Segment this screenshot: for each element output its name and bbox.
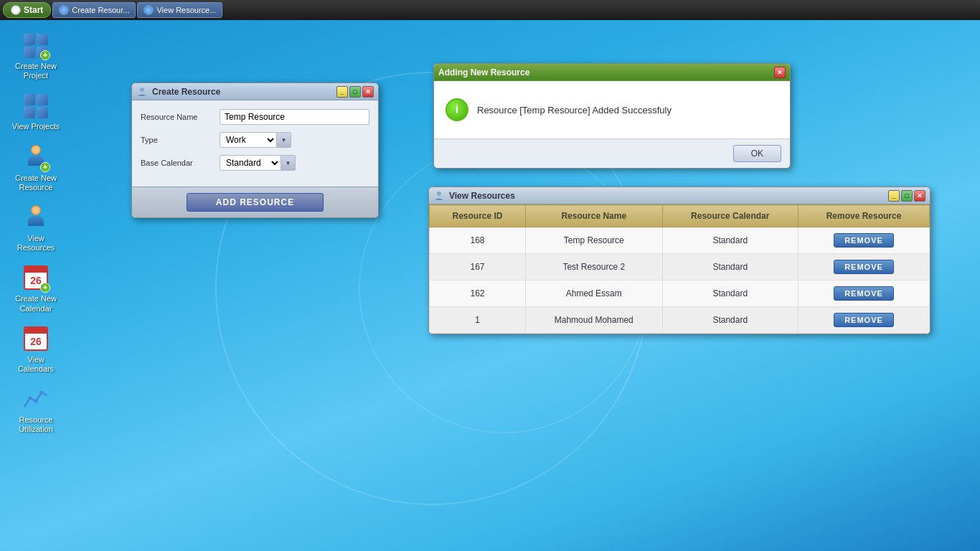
adding-dialog-message: Resource [Temp Resource] Added Successfu… [477,105,672,116]
cell-remove: REMOVE [798,281,930,307]
sidebar-item-create-new-project[interactable]: + Create NewProject [9,29,63,83]
resource-name-row: Resource Name [141,109,369,125]
base-calendar-select[interactable]: Standard 24 Hours Night Shift [220,155,281,171]
taskbar-create-resource-icon [59,5,69,15]
col-remove-resource: Remove Resource [798,205,930,227]
create-resource-minimize-btn[interactable]: _ [336,86,348,98]
col-resource-id: Resource ID [430,205,526,227]
resource-name-input[interactable] [220,109,369,125]
resource-utilization-icon [22,385,50,414]
view-resources-titlebar[interactable]: View Resources _ □ ✕ [429,187,930,204]
adding-dialog-close-btn[interactable]: ✕ [774,67,786,78]
cell-resource-calendar: Standard [662,281,798,307]
create-resource-body: Resource Name Type Work Material Cost ▼ … [132,100,378,187]
svg-point-1 [34,400,38,403]
create-new-resource-icon: + [22,143,50,172]
view-resources-maximize-btn[interactable]: □ [901,190,913,202]
base-calendar-label: Base Calendar [141,159,220,167]
base-calendar-select-arrow[interactable]: ▼ [281,155,296,171]
cell-remove: REMOVE [798,254,930,281]
desktop-sidebar: + Create NewProject View Projects + Crea… [7,29,65,437]
adding-dialog-title: Adding New Resource [438,67,774,77]
type-row: Type Work Material Cost ▼ [141,132,369,148]
view-resources-title: View Resources [449,191,888,201]
remove-resource-button[interactable]: REMOVE [834,233,894,248]
type-select[interactable]: Work Material Cost [220,132,277,148]
view-resources-close-btn[interactable]: ✕ [914,190,925,202]
base-calendar-select-wrapper: Standard 24 Hours Night Shift ▼ [220,155,296,171]
view-resources-icon [22,204,50,232]
sidebar-item-view-resources[interactable]: ViewResources [9,201,63,255]
table-header-row: Resource ID Resource Name Resource Calen… [430,205,930,227]
create-new-calendar-icon: 26 + [22,264,50,293]
cell-resource-calendar: Standard [662,227,798,254]
type-select-arrow[interactable]: ▼ [277,132,291,148]
cell-resource-name: Temp Resource [526,227,662,254]
taskbar: Start Create Resour... View Resource... [0,0,980,20]
view-resources-minimize-btn[interactable]: _ [888,190,900,202]
view-calendars-icon: 26 [22,325,50,354]
table-row: 1 Mahmoud Mohamed Standard REMOVE [430,307,930,334]
cell-resource-name: Ahmed Essam [526,281,662,307]
view-resources-window: View Resources _ □ ✕ Resource ID Resourc… [428,187,930,334]
adding-dialog-success-icon: i [446,98,468,121]
view-resources-label: ViewResources [17,234,55,253]
sidebar-item-resource-utilization[interactable]: ResourceUtilization [9,382,63,437]
base-calendar-row: Base Calendar Standard 24 Hours Night Sh… [141,155,369,171]
svg-point-4 [437,192,441,196]
col-resource-name: Resource Name [526,205,662,227]
create-resource-footer: ADD RESOURCE [132,187,378,217]
taskbar-view-resource-icon [143,5,154,15]
svg-point-3 [140,88,144,92]
adding-dialog-body: i Resource [Temp Resource] Added Success… [434,81,790,138]
adding-dialog-footer: OK [434,138,790,168]
add-resource-button[interactable]: ADD RESOURCE [187,193,324,212]
start-icon [11,5,21,15]
cell-resource-id: 1 [430,307,526,334]
sidebar-item-create-new-resource[interactable]: + Create NewResource [9,141,63,195]
taskbar-view-resource-btn[interactable]: View Resource... [137,2,222,18]
view-resources-window-controls: _ □ ✕ [888,190,925,202]
col-resource-calendar: Resource Calendar [662,205,798,227]
create-resource-title: Create Resource [152,87,336,97]
remove-resource-button[interactable]: REMOVE [834,260,894,274]
resource-utilization-label: ResourceUtilization [19,415,53,434]
start-label: Start [24,5,43,15]
sidebar-item-create-new-calendar[interactable]: 26 + Create NewCalendar [9,261,63,316]
table-row: 162 Ahmed Essam Standard REMOVE [430,281,930,307]
taskbar-create-resource-btn[interactable]: Create Resour... [52,2,136,18]
view-projects-icon [22,92,50,121]
remove-resource-button[interactable]: REMOVE [834,313,894,327]
cell-resource-id: 167 [430,254,526,281]
cell-resource-calendar: Standard [662,254,798,281]
cell-resource-name: Test Resource 2 [526,254,662,281]
create-new-resource-label: Create NewResource [15,174,57,192]
create-resource-close-btn[interactable]: ✕ [362,86,374,98]
svg-point-0 [29,397,32,400]
sidebar-item-view-calendars[interactable]: 26 View Calendars [9,322,63,377]
cell-resource-id: 162 [430,281,526,307]
create-new-calendar-label: Create NewCalendar [15,294,57,313]
cell-remove: REMOVE [798,227,930,254]
table-row: 167 Test Resource 2 Standard REMOVE [430,254,930,281]
adding-dialog-titlebar[interactable]: Adding New Resource ✕ [434,64,790,81]
adding-new-resource-dialog: Adding New Resource ✕ i Resource [Temp R… [433,63,791,169]
create-resource-maximize-btn[interactable]: □ [349,86,361,98]
create-new-project-icon: + [22,32,50,60]
adding-dialog-ok-button[interactable]: OK [733,145,781,162]
create-resource-window-controls: _ □ ✕ [336,86,374,98]
create-resource-window-icon [136,86,148,98]
create-resource-window: Create Resource _ □ ✕ Resource Name Type… [131,83,379,218]
create-resource-titlebar[interactable]: Create Resource _ □ ✕ [132,83,378,100]
sidebar-item-view-projects[interactable]: View Projects [9,89,63,134]
table-row: 168 Temp Resource Standard REMOVE [430,227,930,254]
remove-resource-button[interactable]: REMOVE [834,286,894,301]
view-calendars-label: View Calendars [12,355,60,374]
cell-resource-name: Mahmoud Mohamed [526,307,662,334]
resource-table: Resource ID Resource Name Resource Calen… [429,204,930,334]
type-select-wrapper: Work Material Cost ▼ [220,132,291,148]
cell-resource-calendar: Standard [662,307,798,334]
start-button[interactable]: Start [3,2,51,18]
taskbar-create-resource-label: Create Resour... [72,6,129,14]
cell-remove: REMOVE [798,307,930,334]
